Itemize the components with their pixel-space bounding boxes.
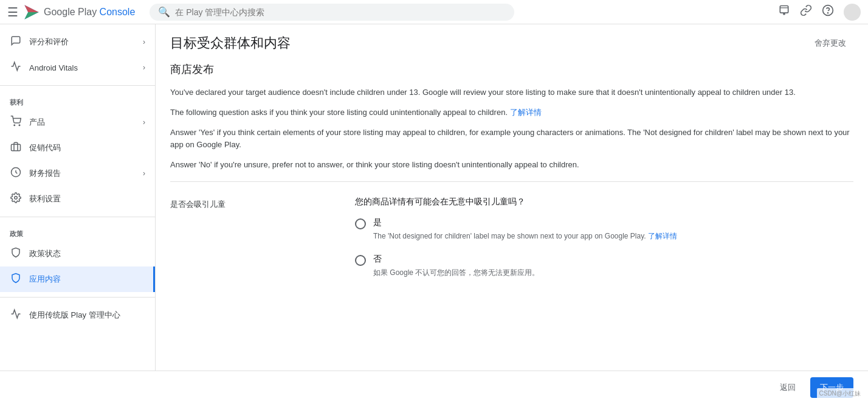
question-title: 您的商品详情有可能会在无意中吸引儿童吗？: [355, 197, 853, 207]
main-layout: 评分和评价 › Android Vitals › 获利 产品 › 促销代码: [0, 24, 868, 371]
radio-no-content: 否 如果 Google 不认可您的回答，您将无法更新应用。: [373, 254, 853, 278]
chevron-icon: ›: [143, 38, 145, 46]
sidebar-label: 使用传统版 Play 管理中心: [29, 310, 120, 321]
sidebar-label: 政策状态: [29, 248, 61, 259]
desc-1: You've declared your target audience doe…: [170, 86, 853, 99]
main-content: 目标受众群体和内容 舍弃更改 商店发布 You've declared your…: [156, 24, 868, 371]
promo-icon: [10, 141, 22, 155]
radio-no-label: 否: [373, 254, 853, 265]
svg-point-8: [19, 125, 20, 126]
sidebar-label: 促销代码: [29, 142, 61, 153]
question-options: 您的商品详情有可能会在无意中吸引儿童吗？ 是 The 'Not designed…: [355, 197, 853, 290]
chevron-icon: ›: [143, 63, 145, 72]
header-actions: [778, 4, 861, 21]
sidebar-label: 获利设置: [29, 193, 61, 204]
sidebar-item-app-content[interactable]: 应用内容: [0, 266, 155, 292]
section-divider: [170, 181, 853, 182]
yes-desc-text: The 'Not designed for children' label ma…: [373, 232, 648, 240]
logo-text: Google Play Console: [44, 7, 135, 18]
policy-status-icon: [10, 247, 22, 260]
app-content-icon: [10, 273, 22, 286]
products-icon: [10, 116, 22, 129]
radio-option-yes: 是 The 'Not designed for children' label …: [355, 217, 853, 242]
search-bar[interactable]: 🔍: [150, 4, 514, 21]
svg-point-7: [14, 125, 15, 126]
learn-more-link-2[interactable]: 了解详情: [648, 232, 677, 240]
classic-icon: [10, 308, 22, 322]
help-icon[interactable]: [822, 4, 834, 19]
desc-2: The following question asks if you think…: [170, 106, 853, 119]
section-label-monetize: 获利: [0, 91, 155, 110]
watermark: CSDN@小红妹: [817, 388, 864, 399]
sidebar-item-classic[interactable]: 使用传统版 Play 管理中心: [0, 302, 155, 328]
chevron-icon: ›: [143, 118, 145, 127]
question-section: 是否会吸引儿童 您的商品详情有可能会在无意中吸引儿童吗？ 是 The 'Not …: [170, 192, 853, 295]
sidebar-label: 评分和评价: [29, 37, 69, 47]
radio-no-desc: 如果 Google 不认可您的回答，您将无法更新应用。: [373, 267, 853, 278]
vitals-icon: [10, 61, 22, 74]
app-header: ☰ Google Play Console 🔍: [0, 0, 868, 24]
svg-rect-3: [780, 6, 788, 13]
radio-yes-content: 是 The 'Not designed for children' label …: [373, 217, 853, 242]
settings-icon: [10, 192, 22, 206]
section-title: 商店发布: [156, 57, 868, 86]
sidebar-label: Android Vitals: [29, 63, 78, 72]
ratings-icon: [10, 35, 22, 49]
back-button[interactable]: 返回: [770, 377, 805, 398]
sidebar-item-promo[interactable]: 促销代码: [0, 135, 155, 161]
sidebar-item-policy-status[interactable]: 政策状态: [0, 241, 155, 266]
desc-2-text: The following question asks if you think…: [170, 108, 510, 117]
logo-icon: [23, 4, 40, 21]
notification-icon[interactable]: [778, 4, 790, 19]
link-icon[interactable]: [800, 4, 812, 19]
sidebar-item-finance[interactable]: 财务报告 ›: [0, 161, 155, 186]
content-body: You've declared your target audience doe…: [156, 86, 868, 295]
sidebar-item-monetize-settings[interactable]: 获利设置: [0, 186, 155, 212]
sidebar-divider-3: [0, 297, 155, 298]
svg-marker-2: [24, 5, 38, 12]
sidebar-item-ratings[interactable]: 评分和评价 ›: [0, 29, 155, 55]
svg-marker-1: [24, 12, 38, 19]
sidebar-divider: [0, 85, 155, 86]
sidebar-item-android-vitals[interactable]: Android Vitals ›: [0, 55, 155, 80]
sidebar-divider-2: [0, 217, 155, 217]
finance-icon: [10, 167, 22, 180]
radio-yes[interactable]: [355, 218, 366, 229]
content-header: 目标受众群体和内容 舍弃更改: [156, 24, 868, 57]
sidebar-label: 财务报告: [29, 168, 61, 179]
desc-3: Answer 'Yes' if you think certain elemen…: [170, 127, 853, 152]
radio-yes-label: 是: [373, 217, 853, 228]
radio-yes-desc: The 'Not designed for children' label ma…: [373, 231, 853, 242]
search-input[interactable]: [175, 7, 506, 17]
sidebar: 评分和评价 › Android Vitals › 获利 产品 › 促销代码: [0, 24, 156, 371]
radio-option-no: 否 如果 Google 不认可您的回答，您将无法更新应用。: [355, 254, 853, 278]
discard-button[interactable]: 舍弃更改: [807, 34, 853, 52]
user-avatar[interactable]: [844, 4, 861, 21]
question-label: 是否会吸引儿童: [170, 197, 340, 290]
sidebar-item-products[interactable]: 产品 ›: [0, 110, 155, 135]
footer: 返回 下一步: [0, 371, 868, 404]
chevron-icon: ›: [143, 169, 145, 178]
learn-more-link-1[interactable]: 了解详情: [510, 108, 542, 117]
radio-no[interactable]: [355, 255, 366, 266]
page-title: 目标受众群体和内容: [170, 34, 291, 52]
desc-4: Answer 'No' if you're unsure, prefer not…: [170, 159, 853, 172]
svg-rect-4: [783, 13, 785, 15]
sidebar-label: 应用内容: [29, 274, 61, 285]
sidebar-label: 产品: [29, 117, 45, 128]
svg-point-11: [15, 197, 18, 200]
app-logo[interactable]: Google Play Console: [23, 4, 135, 21]
search-icon: 🔍: [158, 6, 170, 18]
svg-rect-9: [12, 144, 21, 151]
menu-icon[interactable]: ☰: [7, 5, 18, 19]
section-label-policy: 政策: [0, 222, 155, 241]
